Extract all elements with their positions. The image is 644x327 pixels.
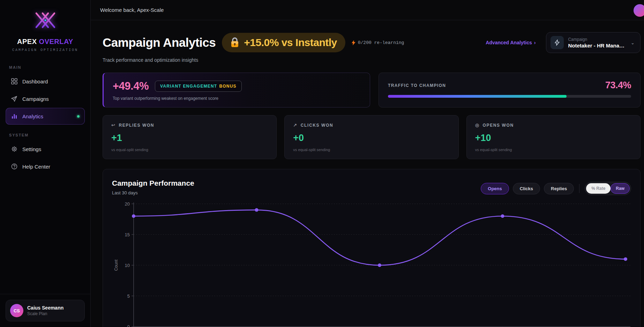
stat-card-value: +10 <box>475 133 632 143</box>
campaign-value: Notetaker - HR Mana… <box>568 43 624 49</box>
reply-icon: ↩ <box>111 122 116 128</box>
profile-avatar[interactable] <box>634 4 644 17</box>
user-section: CS Caius Seemann Scale Plan <box>0 294 90 327</box>
svg-text:15: 15 <box>125 232 130 237</box>
chart-area: 051015203/193/203/213/223/23Count <box>112 201 631 327</box>
chevron-down-icon: ⌄ <box>631 40 635 45</box>
stat-card-clicks-won: ↗CLICKS WON+0vs equal-split sending <box>284 115 458 159</box>
sidebar-item-campaigns[interactable]: Campaigns <box>6 90 85 107</box>
page-subtitle: Track performance and optimization insig… <box>103 57 641 63</box>
campaign-selector[interactable]: Campaign Notetaker - HR Mana… ⌄ <box>546 32 641 53</box>
header-actions: Advanced Analytics› Campaign Notetaker -… <box>486 32 641 53</box>
stat-card-value: +0 <box>293 133 450 143</box>
traffic-card: TRAFFIC TO CHAMPION 73.4% <box>379 73 641 107</box>
traffic-progress-track <box>388 95 631 98</box>
variant-bonus-value: +49.4% <box>113 80 149 92</box>
bolt-icon <box>352 40 355 45</box>
sidebar-item-label: Settings <box>22 146 41 152</box>
mode-button-raw[interactable]: Raw <box>611 183 630 194</box>
user-name: Caius Seemann <box>27 305 63 311</box>
chart-header: Campaign Performance Last 30 days OpensC… <box>112 179 631 195</box>
stat-card-caption: vs equal-split sending <box>293 148 450 152</box>
content: Campaign Analytics +15.0% vs Instantly 0… <box>91 20 644 327</box>
page-title: Campaign Analytics <box>103 36 216 50</box>
mode-toggle-group: % RateRaw <box>585 182 631 195</box>
relearning-status: 0/200 re-learning <box>352 40 404 45</box>
metric-button-clicks[interactable]: Clicks <box>513 183 540 194</box>
stat-card-header: ◎OPENS WON <box>475 122 632 128</box>
apex-logo-icon <box>29 9 62 31</box>
svg-text:Count: Count <box>114 259 119 271</box>
app-root: APEX OVERLAY CAMPAIGN OPTIMIZATION MAIND… <box>0 0 644 327</box>
mode-button--rate[interactable]: % Rate <box>586 183 611 194</box>
eye-icon: ◎ <box>475 122 480 128</box>
advanced-analytics-link[interactable]: Advanced Analytics› <box>486 40 536 45</box>
stat-card-caption: vs equal-split sending <box>111 148 268 152</box>
sidebar: APEX OVERLAY CAMPAIGN OPTIMIZATION MAIND… <box>0 0 91 327</box>
gear-icon <box>11 146 18 153</box>
help-icon <box>11 163 18 170</box>
campaign-label: Campaign <box>568 37 624 42</box>
stat-card-replies-won: ↩REPLIES WON+1vs equal-split sending <box>103 115 277 159</box>
zap-icon <box>551 36 564 49</box>
traffic-progress-fill <box>388 95 567 98</box>
main: Welcome back, Apex-Scale Campaign Analyt… <box>91 0 644 327</box>
chart-title: Campaign Performance <box>112 179 194 187</box>
page-header: Campaign Analytics +15.0% vs Instantly 0… <box>103 32 641 53</box>
brand: APEX OVERLAY CAMPAIGN OPTIMIZATION <box>0 0 90 54</box>
svg-text:0: 0 <box>127 324 130 327</box>
banner-row: +49.4% VARIANT ENGAGEMENTBONUS Top varia… <box>103 73 641 107</box>
uplift-badge: +15.0% vs Instantly <box>222 33 345 52</box>
sidebar-item-analytics[interactable]: Analytics <box>6 108 85 125</box>
stats-row: ↩REPLIES WON+1vs equal-split sending↗CLI… <box>103 115 641 159</box>
sidebar-item-dashboard[interactable]: Dashboard <box>6 73 85 90</box>
user-plan: Scale Plan <box>27 311 63 316</box>
divider <box>579 184 579 193</box>
line-chart: 051015203/193/203/213/223/23Count <box>112 201 632 327</box>
stat-card-value: +1 <box>111 133 268 143</box>
stat-card-header: ↩REPLIES WON <box>111 122 268 128</box>
active-status-dot <box>77 115 80 118</box>
sidebar-item-label: Help Center <box>22 164 50 170</box>
stat-card-label: OPENS WON <box>483 123 514 128</box>
chart-card: Campaign Performance Last 30 days OpensC… <box>103 169 641 327</box>
stat-card-label: CLICKS WON <box>301 123 333 128</box>
uplift-text: +15.0% vs Instantly <box>244 37 337 49</box>
metric-button-replies[interactable]: Replies <box>544 183 574 194</box>
stat-card-caption: vs equal-split sending <box>475 148 632 152</box>
chart-controls: OpensClicksReplies% RateRaw <box>481 182 631 195</box>
sidebar-item-help-center[interactable]: Help Center <box>6 158 85 175</box>
stat-card-header: ↗CLICKS WON <box>293 122 450 128</box>
sidebar-nav: MAINDashboardCampaignsAnalyticsSYSTEMSet… <box>0 54 90 294</box>
sidebar-item-label: Dashboard <box>22 79 48 84</box>
svg-text:10: 10 <box>125 263 130 268</box>
sidebar-item-label: Campaigns <box>22 96 49 102</box>
sidebar-item-settings[interactable]: Settings <box>6 141 85 157</box>
grid-icon <box>11 78 18 85</box>
stat-card-label: REPLIES WON <box>119 123 155 128</box>
svg-text:5: 5 <box>127 293 130 299</box>
chart-subtitle: Last 30 days <box>112 190 194 195</box>
variant-bonus-badge: VARIANT ENGAGEMENTBONUS <box>155 81 242 92</box>
svg-text:20: 20 <box>125 201 130 207</box>
welcome-text: Welcome back, Apex-Scale <box>100 7 164 13</box>
topbar: Welcome back, Apex-Scale <box>91 0 644 20</box>
traffic-label: TRAFFIC TO CHAMPION <box>388 83 446 88</box>
brand-name: APEX OVERLAY <box>3 38 87 46</box>
variant-bonus-card: +49.4% VARIANT ENGAGEMENTBONUS Top varia… <box>103 73 370 107</box>
sidebar-item-label: Analytics <box>22 113 43 119</box>
brand-tagline: CAMPAIGN OPTIMIZATION <box>3 48 87 52</box>
traffic-value: 73.4% <box>605 80 631 91</box>
user-avatar: CS <box>10 304 23 317</box>
metric-button-opens[interactable]: Opens <box>481 183 509 194</box>
nav-section-label: MAIN <box>9 65 81 69</box>
chevron-right-icon: › <box>534 40 536 45</box>
variant-bonus-caption: Top variant outperforming weakest on eng… <box>113 96 361 101</box>
arrow-up-right-icon: ↗ <box>293 122 298 128</box>
nav-section-label: SYSTEM <box>9 133 81 137</box>
lock-icon <box>230 37 239 48</box>
stat-card-opens-won: ◎OPENS WON+10vs equal-split sending <box>466 115 641 159</box>
bar-chart-icon <box>11 113 18 120</box>
send-icon <box>11 95 18 102</box>
user-card[interactable]: CS Caius Seemann Scale Plan <box>6 300 85 321</box>
